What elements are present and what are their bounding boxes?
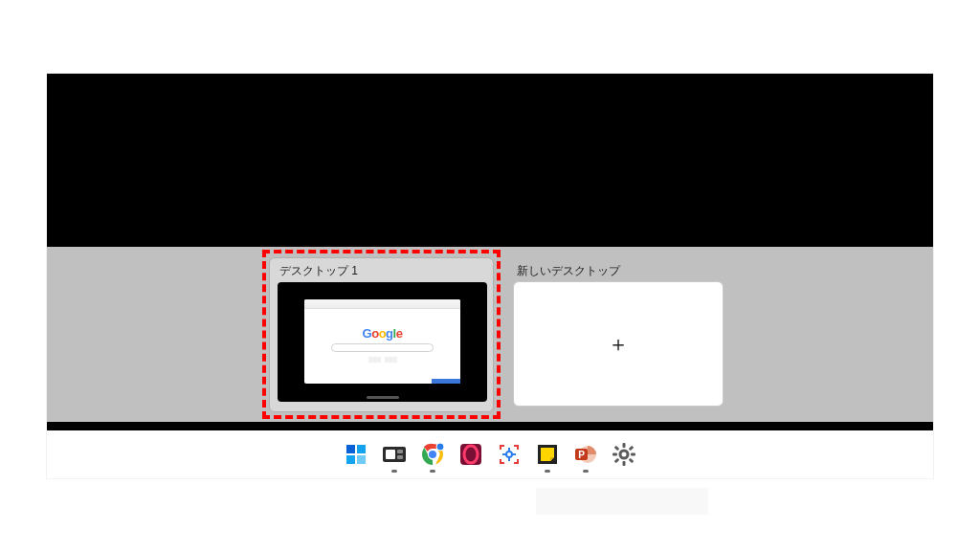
task-view-button[interactable] [382,442,407,467]
google-search-box [331,343,434,352]
new-virtual-desktop-button[interactable]: ＋ [513,281,724,407]
google-buttons [368,357,397,363]
svg-point-31 [620,451,628,458]
chrome-icon [421,443,444,466]
chrome-titlebar [304,299,460,309]
chrome-button[interactable] [420,442,445,467]
desktop-background [47,74,933,247]
task-view-icon [383,444,406,465]
opera-button[interactable] [458,442,483,467]
svg-rect-33 [623,461,626,466]
svg-rect-38 [629,446,635,452]
svg-rect-1 [357,445,366,453]
opera-icon [459,443,482,466]
svg-rect-7 [397,455,403,459]
svg-rect-37 [629,458,635,464]
virtual-desktop-card-1[interactable]: デスクトップ 1 Google [269,257,494,412]
svg-rect-0 [346,445,355,453]
svg-text:P: P [578,450,585,460]
start-button[interactable] [344,442,368,467]
thumbnail-handle [367,396,399,399]
chrome-window-thumbnail: Google [304,299,460,384]
svg-rect-39 [614,458,620,464]
settings-icon [612,443,635,466]
sticky-notes-icon [537,444,558,465]
svg-rect-6 [397,450,403,453]
virtual-desktop-label: デスクトップ 1 [279,263,358,279]
svg-rect-19 [500,459,501,464]
powerpoint-icon: P [574,443,597,466]
new-virtual-desktop[interactable]: 新しいデスクトップ ＋ [513,257,724,412]
decorative-stub [536,488,708,515]
blue-corner-accent [432,379,460,384]
taskbar: P [47,430,933,478]
snipping-tool-button[interactable] [497,442,522,467]
svg-point-11 [436,443,444,451]
svg-point-10 [429,451,436,458]
screenshot-canvas: デスクトップ 1 Google 新しいデスクトップ ＋ [47,74,933,478]
black-strip [47,422,933,430]
svg-rect-5 [386,450,395,459]
svg-rect-15 [500,445,501,450]
svg-rect-32 [623,443,626,448]
svg-rect-36 [614,446,620,452]
svg-point-22 [506,452,512,457]
svg-rect-3 [357,455,366,464]
sticky-notes-button[interactable] [535,442,560,467]
plus-icon: ＋ [608,334,629,355]
settings-button[interactable] [612,442,636,467]
snipping-tool-icon [498,443,521,466]
google-logo: Google [363,326,403,341]
svg-rect-35 [631,453,635,456]
svg-rect-34 [612,453,617,456]
start-icon [345,444,367,465]
new-virtual-desktop-label: 新しいデスクトップ [517,263,620,279]
powerpoint-button[interactable]: P [573,442,598,467]
svg-rect-21 [517,459,519,464]
svg-rect-17 [517,445,519,450]
virtual-desktop-thumbnail[interactable]: Google [278,282,487,402]
svg-rect-2 [346,455,355,464]
